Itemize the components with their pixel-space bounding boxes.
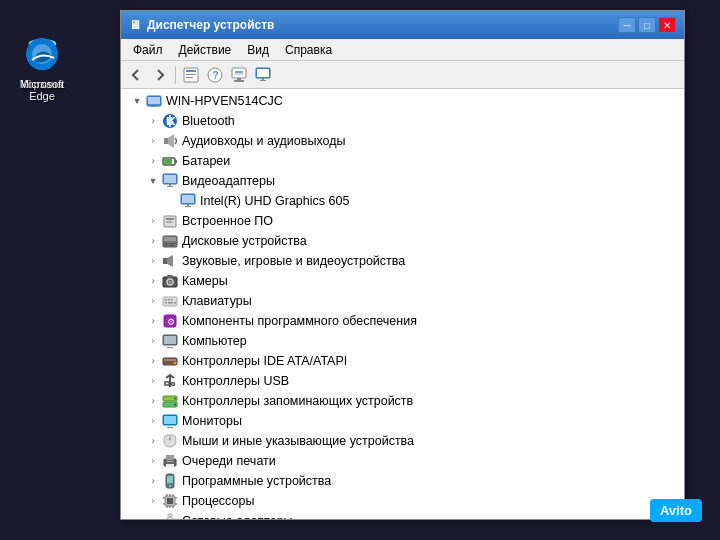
monitor-button[interactable] xyxy=(252,64,274,86)
item-label-audio: Аудиовходы и аудиовыходы xyxy=(182,134,345,148)
svg-rect-15 xyxy=(260,80,266,81)
help-button[interactable]: ? xyxy=(204,64,226,86)
tree-item-usb[interactable]: › Контроллеры USB xyxy=(121,371,684,391)
svg-rect-27 xyxy=(164,138,168,144)
menu-view[interactable]: Вид xyxy=(239,41,277,59)
tree-item-intel-gpu[interactable]: Intel(R) UHD Graphics 605 xyxy=(121,191,684,211)
expand-icon-bluetooth: › xyxy=(145,113,161,129)
menu-file[interactable]: Файл xyxy=(125,41,171,59)
tree-item-cameras[interactable]: › Камеры xyxy=(121,271,684,291)
svg-point-73 xyxy=(174,398,176,400)
item-icon-ide xyxy=(161,352,179,370)
svg-rect-38 xyxy=(185,206,191,207)
tree-item-processors[interactable]: › Процессоры xyxy=(121,491,684,511)
expand-icon-processors: › xyxy=(145,493,161,509)
tree-item-portable[interactable]: › Программные устройства xyxy=(121,471,684,491)
item-label-firmware: Встроенное ПО xyxy=(182,214,273,228)
close-button[interactable]: ✕ xyxy=(658,17,676,33)
tree-item-bluetooth[interactable]: › B Bluetooth xyxy=(121,111,684,131)
item-icon-processors xyxy=(161,492,179,510)
item-icon-cameras xyxy=(161,272,179,290)
forward-button[interactable] xyxy=(149,64,171,86)
item-label-storage: Контроллеры запоминающих устройств xyxy=(182,394,413,408)
desktop-icon-ms-edge[interactable]: MicrosoftEdge xyxy=(10,30,74,106)
item-icon-display xyxy=(161,172,179,190)
expand-icon-display: ▼ xyxy=(145,173,161,189)
tree-item-print-queue[interactable]: › Очереди печати xyxy=(121,451,684,471)
device-manager-window: 🖥 Диспетчер устройств ─ □ ✕ Файл Действи… xyxy=(120,10,685,520)
window-title: 🖥 Диспетчер устройств xyxy=(129,18,274,32)
ms-edge-label: MicrosoftEdge xyxy=(20,78,65,102)
tree-item-display[interactable]: ▼ Видеоадаптеры xyxy=(121,171,684,191)
expand-icon-sound: › xyxy=(145,253,161,269)
properties-button[interactable] xyxy=(180,64,202,86)
svg-rect-88 xyxy=(167,498,173,504)
item-icon-network xyxy=(161,512,179,519)
tree-item-monitors[interactable]: › Мониторы xyxy=(121,411,684,431)
item-icon-storage xyxy=(161,392,179,410)
expand-icon-batteries: › xyxy=(145,153,161,169)
back-button[interactable] xyxy=(125,64,147,86)
item-label-portable: Программные устройства xyxy=(182,474,331,488)
svg-rect-81 xyxy=(166,455,174,460)
tree-item-disk[interactable]: › Дисковые устройства xyxy=(121,231,684,251)
svg-rect-48 xyxy=(163,258,167,264)
expand-icon-software: › xyxy=(145,313,161,329)
item-label-keyboards: Клавиатуры xyxy=(182,294,252,308)
maximize-button[interactable]: □ xyxy=(638,17,656,33)
item-label-ide: Контроллеры IDE ATA/ATAPI xyxy=(182,354,347,368)
svg-rect-42 xyxy=(166,221,172,223)
tree-item-firmware[interactable]: › Встроенное ПО xyxy=(121,211,684,231)
item-label-print-queue: Очереди печати xyxy=(182,454,276,468)
svg-rect-37 xyxy=(182,195,194,203)
svg-rect-30 xyxy=(175,160,177,163)
svg-marker-49 xyxy=(167,255,173,267)
tree-item-ide[interactable]: › Контроллеры IDE ATA/ATAPI xyxy=(121,351,684,371)
item-label-batteries: Батареи xyxy=(182,154,230,168)
svg-rect-77 xyxy=(167,427,173,428)
svg-rect-39 xyxy=(187,204,189,206)
item-icon-computer xyxy=(161,332,179,350)
svg-point-79 xyxy=(169,438,171,440)
tree-item-audio[interactable]: › Аудиовходы и аудиовыходы xyxy=(121,131,684,151)
item-label-processors: Процессоры xyxy=(182,494,254,508)
svg-rect-65 xyxy=(167,347,173,348)
svg-rect-19 xyxy=(151,106,157,107)
svg-rect-16 xyxy=(262,78,264,80)
item-icon-batteries xyxy=(161,152,179,170)
window-title-icon: 🖥 xyxy=(129,18,141,32)
item-icon-portable xyxy=(161,472,179,490)
menu-action[interactable]: Действие xyxy=(171,41,240,59)
svg-rect-56 xyxy=(168,299,170,301)
svg-rect-46 xyxy=(169,243,176,244)
item-label-bluetooth: Bluetooth xyxy=(182,114,235,128)
item-icon-bluetooth: B xyxy=(161,112,179,130)
item-icon-monitors xyxy=(161,412,179,430)
menu-help[interactable]: Справка xyxy=(277,41,340,59)
svg-rect-35 xyxy=(169,184,171,186)
svg-point-45 xyxy=(165,243,168,246)
device-tree[interactable]: ▼ WIN-HPVEN514CJC › B Bluetooth › Аудиов… xyxy=(121,89,684,519)
item-icon-print-queue xyxy=(161,452,179,470)
expand-icon-firmware: › xyxy=(145,213,161,229)
tree-item-keyboards[interactable]: › Клавиатуры xyxy=(121,291,684,311)
item-icon-mice xyxy=(161,432,179,450)
expand-icon-mice: › xyxy=(145,433,161,449)
item-label-network: Сетевые адаптеры xyxy=(182,514,293,519)
tree-item-batteries[interactable]: › Батареи xyxy=(121,151,684,171)
tree-item-mice[interactable]: › Мыши и иные указывающие устройства xyxy=(121,431,684,451)
svg-text:?: ? xyxy=(213,70,219,81)
item-label-disk: Дисковые устройства xyxy=(182,234,307,248)
minimize-button[interactable]: ─ xyxy=(618,17,636,33)
scan-button[interactable] xyxy=(228,64,250,86)
tree-item-computer[interactable]: › Компьютер xyxy=(121,331,684,351)
tree-item-storage[interactable]: › Контроллеры запоминающих устройств xyxy=(121,391,684,411)
tree-item-sound[interactable]: › Звуковые, игровые и видеоустройства xyxy=(121,251,684,271)
tree-root[interactable]: ▼ WIN-HPVEN514CJC xyxy=(121,91,684,111)
toolbar-separator-1 xyxy=(175,66,176,84)
svg-marker-28 xyxy=(168,134,174,148)
svg-point-74 xyxy=(174,404,176,406)
tree-item-network[interactable]: › Сетевые адаптеры xyxy=(121,511,684,519)
svg-rect-3 xyxy=(186,70,196,72)
tree-item-software[interactable]: › ⚙ Компоненты программного обеспечения xyxy=(121,311,684,331)
